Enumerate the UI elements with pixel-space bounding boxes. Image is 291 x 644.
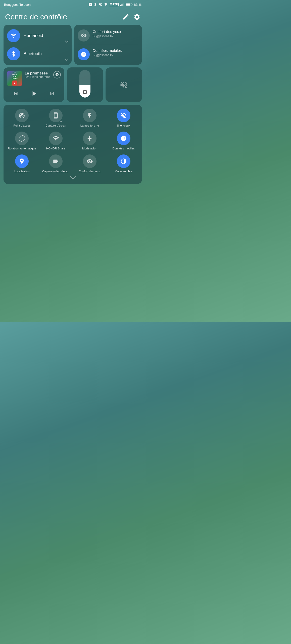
- page-title: Centre de contrôle: [5, 13, 67, 21]
- album-art: LESPIEDSSURTERRE: [7, 71, 22, 86]
- mobile-data-name: Données mobiles: [93, 48, 139, 53]
- status-bar: Bouygues Telecon VoLTE: [0, 0, 146, 8]
- media-info: La promesse Les Pieds sur terre: [25, 71, 51, 79]
- screenshot-expand: [60, 119, 62, 122]
- media-controls: [7, 90, 61, 99]
- toggles-grid: Point d'accès Capture d'écran: [6, 109, 139, 173]
- carrier-label: Bouygues Telecon: [4, 3, 31, 7]
- screenshot-circle: [49, 109, 63, 122]
- wifi-expand-arrow: [65, 39, 68, 43]
- hotspot-label: Point d'accès: [13, 124, 30, 128]
- mid-row: LESPIEDSSURTERRE La promesse Les Pieds s…: [4, 67, 142, 102]
- mobile-data-row[interactable]: Données mobiles Suggestions IA: [78, 48, 139, 60]
- mobile-data-circle: [117, 132, 130, 145]
- screenshot-label: Capture d'écran: [45, 124, 66, 128]
- toggle-mobile-data[interactable]: Données mobiles: [108, 132, 139, 150]
- battery-percent: 83 %: [134, 3, 141, 7]
- rotation-label: Rotation au tomatique: [8, 147, 36, 150]
- bottom-chevron[interactable]: [6, 173, 139, 180]
- hotspot-circle: [15, 109, 29, 122]
- toggle-airplane[interactable]: Mode avion: [74, 132, 106, 150]
- eye-comfort-sub: Suggestions IA: [93, 34, 139, 38]
- silent-circle: [117, 109, 130, 122]
- mobile-data-icon: [78, 48, 90, 60]
- title-bar: Centre de contrôle: [0, 8, 146, 25]
- media-artist: Les Pieds sur terre: [25, 75, 51, 79]
- location-circle: [15, 154, 29, 168]
- svg-rect-0: [120, 5, 121, 6]
- wifi-toggle-icon[interactable]: [7, 29, 20, 42]
- volte-badge: VoLTE: [109, 3, 119, 6]
- eye-comfort-circle: [83, 154, 96, 168]
- media-top: LESPIEDSSURTERRE La promesse Les Pieds s…: [7, 71, 61, 86]
- wifi-label: Humanoid: [24, 33, 43, 38]
- bt-expand-arrow: [65, 57, 68, 61]
- status-icons: VoLTE 83 %: [88, 3, 141, 7]
- toggle-honor-share[interactable]: HONOR Share: [40, 132, 72, 150]
- brightness-icon: [82, 90, 87, 96]
- wifi-toggle-row[interactable]: Humanoid: [7, 29, 68, 42]
- eye-comfort-icon: [78, 29, 90, 42]
- wifi-bt-tile: Humanoid Bluetooth: [4, 25, 72, 65]
- toggle-hotspot[interactable]: Point d'accès: [6, 109, 38, 128]
- toggle-screenshot[interactable]: Capture d'écran: [40, 109, 72, 128]
- mute-icon: [119, 80, 128, 89]
- svg-rect-5: [132, 4, 132, 5]
- edit-icon[interactable]: [122, 13, 129, 20]
- media-tile: LESPIEDSSURTERRE La promesse Les Pieds s…: [4, 67, 64, 102]
- media-title: La promesse: [25, 71, 51, 75]
- silent-label: Silencieux: [117, 124, 130, 128]
- mute-status-icon: [99, 3, 103, 7]
- toggle-rotation[interactable]: Rotation au tomatique: [6, 132, 38, 150]
- dark-mode-label: Mode sombre: [115, 170, 132, 173]
- bluetooth-label: Bluetooth: [24, 51, 42, 56]
- brightness-slider[interactable]: [79, 70, 90, 98]
- settings-icon[interactable]: [133, 13, 140, 20]
- toggle-dark-mode[interactable]: Mode sombre: [108, 154, 139, 173]
- media-eq-button[interactable]: [53, 71, 61, 78]
- brightness-tile[interactable]: [67, 67, 103, 102]
- bt-status-icon: [94, 3, 97, 7]
- svg-rect-6: [126, 4, 130, 6]
- battery-icon: [126, 3, 133, 7]
- eye-comfort-text: Confort des yeux Suggestions IA: [93, 29, 139, 38]
- location-label: Localisation: [14, 170, 30, 173]
- toggle-eye-comfort[interactable]: Confort des yeux: [74, 154, 106, 173]
- wifi-status-icon: [104, 3, 108, 7]
- tile-divider: [78, 45, 139, 45]
- quick-toggles: Point d'accès Capture d'écran: [4, 105, 142, 184]
- toggle-flashlight[interactable]: Lampe-torc he: [74, 109, 106, 128]
- toggle-screen-video[interactable]: Capture vidéo d'écr...: [40, 154, 72, 173]
- prev-button[interactable]: [13, 90, 19, 98]
- flashlight-circle: [83, 109, 96, 122]
- next-button[interactable]: [49, 90, 55, 98]
- honor-share-circle: [49, 132, 63, 145]
- airplane-label: Mode avion: [82, 147, 97, 150]
- eye-data-tile: Confort des yeux Suggestions IA Données …: [74, 25, 142, 65]
- mobile-data-label: Données mobiles: [112, 147, 135, 150]
- toggle-location[interactable]: Localisation: [6, 154, 38, 173]
- mute-tile[interactable]: [106, 67, 142, 102]
- bluetooth-toggle-row[interactable]: Bluetooth: [7, 47, 68, 60]
- airplane-circle: [83, 132, 96, 145]
- honor-share-label: HONOR Share: [46, 147, 66, 150]
- rotation-circle: [15, 132, 29, 145]
- nfc-icon: [88, 3, 92, 7]
- bluetooth-toggle-icon[interactable]: [7, 47, 20, 60]
- svg-rect-2: [122, 4, 123, 6]
- main-content: Humanoid Bluetooth: [0, 25, 146, 189]
- toggle-silent[interactable]: Silencieux: [108, 109, 139, 128]
- dark-mode-circle: [117, 154, 130, 168]
- screen-video-circle: [49, 154, 63, 168]
- svg-rect-3: [123, 3, 124, 6]
- title-icons: [122, 13, 140, 20]
- mobile-data-sub: Suggestions IA: [93, 53, 139, 57]
- mobile-data-text: Données mobiles Suggestions IA: [93, 48, 139, 57]
- top-row: Humanoid Bluetooth: [4, 25, 142, 65]
- eye-comfort-row[interactable]: Confort des yeux Suggestions IA: [78, 29, 139, 42]
- signal-icon: [120, 3, 124, 6]
- screen-video-label: Capture vidéo d'écr...: [42, 170, 69, 173]
- play-button[interactable]: [30, 90, 38, 99]
- eye-comfort-name: Confort des yeux: [93, 29, 139, 34]
- flashlight-label: Lampe-torc he: [80, 124, 99, 128]
